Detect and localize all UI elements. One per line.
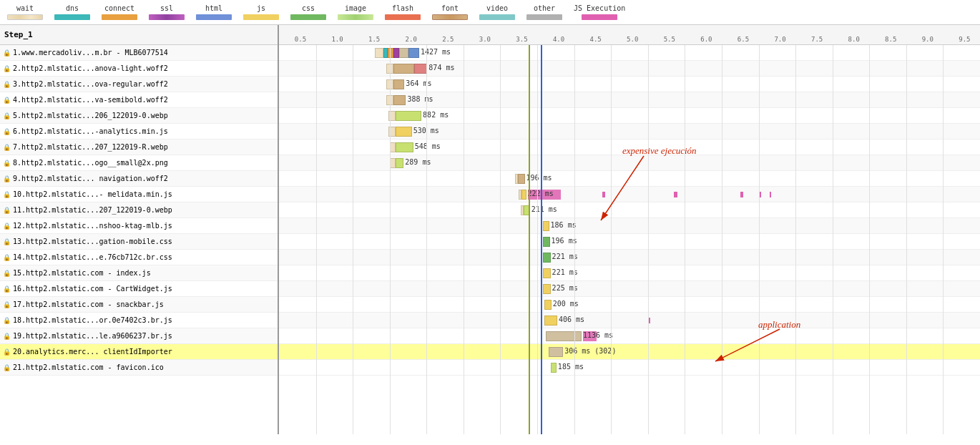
request-list: 🔒1. www.mercadoliv...m.br - MLB6077514🔒2… bbox=[0, 45, 278, 376]
timing-row: 874 ms bbox=[279, 61, 980, 77]
request-row: 🔒8. http2.mlstatic...ogo__small@2x.png bbox=[0, 155, 278, 171]
request-name: http2.mlstatic.com - snackbar.js bbox=[26, 300, 164, 308]
grid-line bbox=[906, 45, 907, 434]
timing-row: 225 ms bbox=[279, 281, 980, 297]
timing-row: 185 ms bbox=[279, 360, 980, 376]
request-row: 🔒16. http2.mlstatic.com - CartWidget.js bbox=[0, 281, 278, 297]
request-row: 🔒2. http2.mlstatic...anova-light.woff2 bbox=[0, 61, 278, 77]
grid-line bbox=[316, 45, 317, 434]
request-number: 14. bbox=[13, 253, 26, 261]
time-tick: 5.0 bbox=[627, 36, 638, 43]
lock-icon: 🔒 bbox=[3, 348, 11, 356]
request-number: 11. bbox=[13, 206, 26, 214]
request-number: 2. bbox=[13, 64, 21, 72]
timing-label: 186 ms bbox=[551, 221, 577, 229]
lock-icon: 🔒 bbox=[3, 254, 11, 261]
bar-segment bbox=[408, 48, 419, 58]
time-tick: 1.5 bbox=[368, 36, 380, 43]
timing-label: 1427 ms bbox=[421, 48, 451, 56]
bar-segment bbox=[396, 158, 403, 168]
timing-label: 388 ms bbox=[407, 95, 433, 103]
request-name: http2.mlstatic...206_122019-0.webp bbox=[21, 112, 168, 119]
request-row: 🔒21. http2.mlstatic.com - favicon.ico bbox=[0, 360, 278, 376]
timing-row: 1136 ms bbox=[279, 328, 980, 344]
timing-label: 874 ms bbox=[428, 64, 454, 72]
timing-row: 306 ms (302) bbox=[279, 344, 980, 360]
timing-row: 289 ms bbox=[279, 155, 980, 171]
request-name: http2.mlstatic... navigation.woff2 bbox=[21, 175, 168, 182]
grid-line bbox=[464, 45, 464, 434]
timing-row: 388 ms bbox=[279, 92, 980, 108]
request-row: 🔒1. www.mercadoliv...m.br - MLB6077514 bbox=[0, 45, 278, 61]
lock-icon: 🔒 bbox=[3, 285, 11, 293]
requests-panel: Step_1 🔒1. www.mercadoliv...m.br - MLB60… bbox=[0, 25, 279, 434]
legend-wait: wait bbox=[7, 4, 43, 20]
time-tick: 6.0 bbox=[700, 36, 712, 43]
step-header: Step_1 bbox=[0, 25, 278, 45]
time-tick: 7.5 bbox=[811, 36, 823, 43]
time-tick: 8.0 bbox=[848, 36, 860, 43]
request-number: 9. bbox=[13, 175, 21, 182]
request-number: 8. bbox=[13, 159, 21, 167]
grid-line bbox=[426, 45, 427, 434]
time-tick: 2.0 bbox=[406, 36, 417, 43]
grid-line bbox=[353, 45, 353, 434]
request-name: http2.mlstatic...anova-light.woff2 bbox=[21, 64, 168, 72]
request-row: 🔒9. http2.mlstatic... navigation.woff2 bbox=[0, 171, 278, 187]
time-tick: 1.0 bbox=[331, 36, 343, 43]
request-number: 7. bbox=[13, 143, 21, 151]
bar-segment bbox=[518, 174, 524, 184]
legend-bar: wait dns connect ssl html js css image bbox=[0, 0, 980, 25]
request-number: 3. bbox=[13, 80, 21, 88]
request-number: 5. bbox=[13, 112, 21, 119]
lock-icon: 🔒 bbox=[3, 112, 11, 119]
request-number: 19. bbox=[13, 332, 26, 340]
bar-segment bbox=[549, 347, 564, 357]
time-tick: 7.0 bbox=[774, 36, 785, 43]
bar-segment bbox=[543, 237, 549, 247]
lock-icon: 🔒 bbox=[3, 364, 11, 371]
lock-icon: 🔒 bbox=[3, 97, 11, 104]
lock-icon: 🔒 bbox=[3, 191, 11, 198]
main-container: wait dns connect ssl html js css image bbox=[0, 0, 980, 445]
legend-flash: flash bbox=[385, 4, 421, 20]
time-tick: 6.5 bbox=[738, 36, 749, 43]
request-name: http2.mlstatic...or.0e7402c3.br.js bbox=[26, 316, 172, 324]
legend-css: css bbox=[290, 4, 326, 20]
timing-row: 196 ms bbox=[279, 171, 980, 187]
vertical-marker-blue bbox=[541, 45, 542, 434]
bar-segment bbox=[414, 64, 428, 74]
request-number: 16. bbox=[13, 285, 26, 293]
timing-row: 222 ms bbox=[279, 187, 980, 202]
bar-segment bbox=[388, 48, 393, 58]
legend-js-execution: JS Execution bbox=[574, 4, 625, 20]
grid-line bbox=[685, 45, 685, 434]
time-tick: 3.5 bbox=[516, 36, 527, 43]
time-tick: 3.0 bbox=[479, 36, 491, 43]
legend-dns: dns bbox=[54, 4, 90, 20]
request-number: 20. bbox=[13, 348, 26, 356]
request-row: 🔒17. http2.mlstatic.com - snackbar.js bbox=[0, 297, 278, 313]
request-row: 🔒3. http2.mlstatic...ova-regular.woff2 bbox=[0, 77, 278, 92]
request-row: 🔒5. http2.mlstatic...206_122019-0.webp bbox=[0, 108, 278, 124]
scatter-mark bbox=[770, 192, 771, 197]
time-tick: 2.5 bbox=[442, 36, 454, 43]
bar-segment bbox=[375, 48, 383, 58]
lock-icon: 🔒 bbox=[3, 317, 11, 324]
grid-line bbox=[943, 45, 944, 434]
request-row: 🔒12. http2.mlstatic...nshoo-ktag-mlb.js bbox=[0, 218, 278, 234]
lock-icon: 🔒 bbox=[3, 222, 11, 230]
timing-row: 1427 ms bbox=[279, 45, 980, 61]
lock-icon: 🔒 bbox=[3, 333, 11, 340]
request-name: http2.mlstatic...ogo__small@2x.png bbox=[21, 159, 168, 167]
legend-html: html bbox=[196, 4, 232, 20]
request-number: 21. bbox=[13, 363, 26, 371]
request-row: 🔒7. http2.mlstatic...207_122019-R.webp bbox=[0, 140, 278, 155]
request-number: 18. bbox=[13, 316, 26, 324]
lock-icon: 🔒 bbox=[3, 128, 11, 135]
timing-header: 0.51.01.52.02.53.03.54.04.55.05.56.06.57… bbox=[279, 25, 980, 45]
request-name: http2.mlstatic...207_122019-R.webp bbox=[21, 143, 168, 151]
bar-segment bbox=[546, 331, 582, 341]
grid-line bbox=[795, 45, 796, 434]
lock-icon: 🔒 bbox=[3, 238, 11, 245]
